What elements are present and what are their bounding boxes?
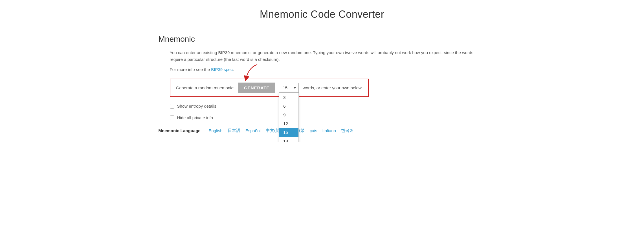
generate-button[interactable]: GENERATE <box>238 83 275 93</box>
words-count-select[interactable]: 3 6 9 12 15 18 21 24 <box>279 83 299 93</box>
description-paragraph-2: For more info see the BIP39 spec. <box>170 66 486 73</box>
language-spanish[interactable]: Español <box>245 128 261 133</box>
dropdown-option-9[interactable]: 9 <box>279 110 298 119</box>
description2-prefix: For more info see the <box>170 67 211 72</box>
language-row: Mnemonic Language English 日本語 Español 中文… <box>159 128 486 133</box>
description-paragraph-1: You can enter an existing BIP39 mnemonic… <box>170 49 486 63</box>
language-korean[interactable]: 한국어 <box>341 128 354 133</box>
dropdown-option-6[interactable]: 6 <box>279 102 298 110</box>
language-section-label: Mnemonic Language <box>159 128 204 133</box>
words-dropdown-menu[interactable]: 3 6 9 12 15 18 21 24 <box>279 93 299 142</box>
generate-label: Generate a random mnemonic: <box>176 85 235 90</box>
page-header: Mnemonic Code Converter <box>0 0 644 26</box>
main-content: Mnemonic You can enter an existing BIP39… <box>153 26 491 142</box>
generate-row-container: Generate a random mnemonic: GENERATE 3 6… <box>170 79 486 97</box>
description2-suffix: . <box>233 67 234 72</box>
language-english[interactable]: English <box>209 128 223 133</box>
show-entropy-checkbox[interactable] <box>170 104 174 108</box>
words-select-wrapper: 3 6 9 12 15 18 21 24 ▼ 3 6 9 12 15 <box>279 83 299 93</box>
bip39-spec-link[interactable]: BIP39 spec <box>211 67 233 72</box>
language-japanese[interactable]: 日本語 <box>228 128 240 133</box>
hide-private-checkbox[interactable] <box>170 116 174 120</box>
generate-box: Generate a random mnemonic: GENERATE 3 6… <box>170 79 369 97</box>
dropdown-option-15[interactable]: 15 <box>279 128 298 137</box>
hide-private-row: Hide all private info <box>170 115 486 120</box>
dropdown-option-18[interactable]: 18 <box>279 137 298 142</box>
language-french[interactable]: çais <box>310 128 317 133</box>
show-entropy-row: Show entropy details <box>170 104 486 108</box>
mnemonic-section-heading: Mnemonic <box>159 35 486 44</box>
words-suffix: words, or enter your own below. <box>303 85 362 90</box>
dropdown-option-12[interactable]: 12 <box>279 119 298 128</box>
show-entropy-label[interactable]: Show entropy details <box>177 104 216 108</box>
dropdown-option-3[interactable]: 3 <box>279 93 298 102</box>
language-italian[interactable]: Italiano <box>322 128 336 133</box>
hide-private-label[interactable]: Hide all private info <box>177 115 213 120</box>
page-title: Mnemonic Code Converter <box>6 8 638 20</box>
